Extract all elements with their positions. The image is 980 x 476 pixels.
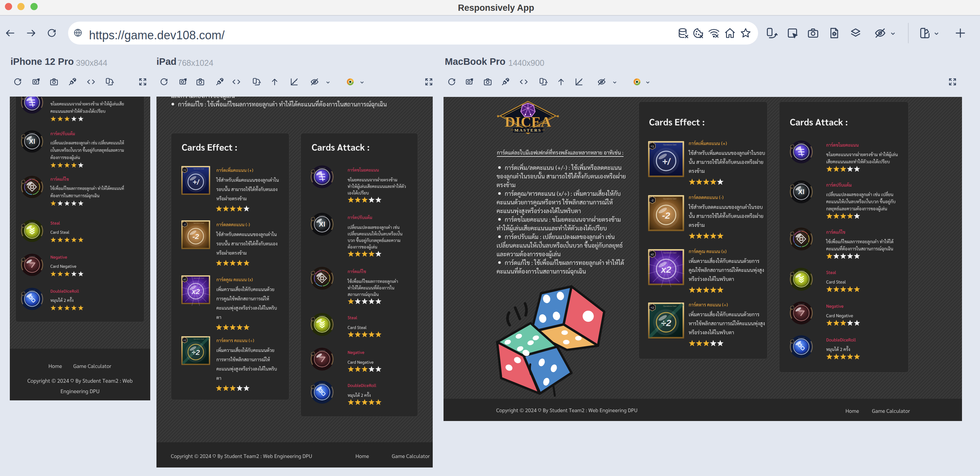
svg-text:+/: +/ xyxy=(662,156,671,167)
svg-text:Operations Card: Operations Card xyxy=(193,222,204,224)
svg-text:x2: x2 xyxy=(191,287,200,296)
svg-text:x2: x2 xyxy=(660,264,671,275)
svg-text:+1: +1 xyxy=(651,145,654,148)
svg-text:Operations Card: Operations Card xyxy=(663,305,676,307)
svg-text:Operations Card: Operations Card xyxy=(663,252,676,254)
svg-text:Operations Card: Operations Card xyxy=(193,338,204,340)
svg-text:Operations Card: Operations Card xyxy=(663,198,676,200)
svg-text:Xl: Xl xyxy=(798,188,805,196)
svg-text:-2: -2 xyxy=(651,199,653,202)
svg-text:Xl: Xl xyxy=(319,220,325,228)
svg-text:÷2: ÷2 xyxy=(192,348,200,357)
svg-text:-2: -2 xyxy=(662,210,670,221)
svg-text:x2: x2 xyxy=(183,278,186,281)
svg-text:Operations Card: Operations Card xyxy=(193,168,204,170)
svg-text:+1: +1 xyxy=(183,169,186,172)
svg-text:-2: -2 xyxy=(192,232,199,240)
svg-text:Xl: Xl xyxy=(29,138,35,145)
svg-text:MASTERS: MASTERS xyxy=(515,128,542,132)
svg-text:x2: x2 xyxy=(651,253,654,256)
svg-text:+2: +2 xyxy=(183,339,186,342)
svg-text:-2: -2 xyxy=(184,223,186,226)
svg-text:÷2: ÷2 xyxy=(661,318,671,328)
svg-text:Operations Card: Operations Card xyxy=(193,277,204,279)
svg-text:Operations Card: Operations Card xyxy=(663,144,676,146)
svg-text:+2: +2 xyxy=(651,306,654,309)
svg-text:+/: +/ xyxy=(192,178,200,186)
